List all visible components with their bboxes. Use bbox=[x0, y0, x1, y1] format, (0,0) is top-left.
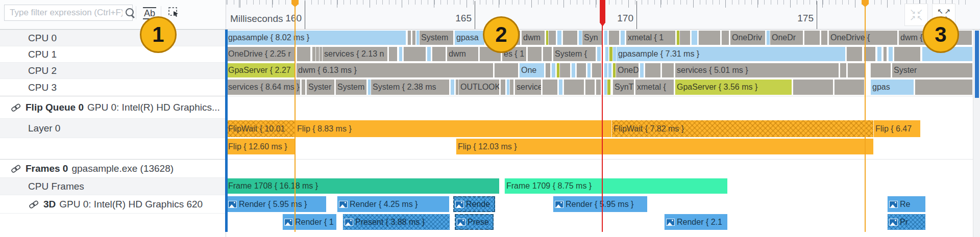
timeline-segment[interactable] bbox=[662, 63, 674, 77]
timeline-segment[interactable] bbox=[399, 47, 402, 61]
timeline-segment[interactable]: Syster bbox=[892, 63, 972, 77]
timeline-segment[interactable]: FlipWait { 10.01 bbox=[226, 120, 295, 137]
timeline-segment[interactable]: Render { 4.25 ms } bbox=[337, 196, 449, 212]
timeline-segment[interactable] bbox=[846, 47, 862, 61]
timeline-segment[interactable]: Present { 3.88 ms } bbox=[342, 214, 450, 230]
timeline-segment[interactable] bbox=[883, 47, 887, 61]
timeline-segment[interactable]: service bbox=[514, 80, 541, 95]
timeline-segment[interactable]: Flip { 12.60 ms } bbox=[226, 139, 295, 154]
row-label-cpu-2[interactable]: CPU 2 bbox=[0, 62, 226, 78]
timeline-segment[interactable]: One bbox=[519, 63, 544, 77]
timeline-segment[interactable]: xmetal { 1 bbox=[626, 31, 675, 45]
row-label-layer-0b[interactable] bbox=[0, 138, 226, 159]
timeline-segment[interactable]: services { 8.64 ms } bbox=[226, 80, 300, 95]
timeline-segment[interactable] bbox=[847, 63, 865, 77]
timeline-segment[interactable] bbox=[888, 47, 893, 61]
row-label-layer-0[interactable]: Layer 0 bbox=[0, 118, 226, 138]
row-label-gpu-3d[interactable]: 3DGPU 0: Intel(R) HD Graphics 620 bbox=[0, 195, 226, 213]
timeline-segment[interactable] bbox=[564, 80, 584, 95]
timeline-segment[interactable]: xmetal { bbox=[635, 80, 674, 95]
timeline-segment[interactable] bbox=[804, 31, 820, 45]
timeline-segment[interactable]: dwm bbox=[447, 47, 478, 61]
timeline-segment[interactable] bbox=[597, 47, 601, 61]
timeline-segment[interactable]: GpaServer { 3.56 ms } bbox=[675, 80, 792, 95]
timeline-segment[interactable] bbox=[793, 80, 833, 95]
timeline-segment[interactable] bbox=[766, 31, 770, 45]
timeline-segment[interactable]: Frame 1708 { 16.18 ms } bbox=[226, 178, 499, 194]
time-marker-orange[interactable] bbox=[865, 6, 866, 232]
timeline-segment[interactable] bbox=[607, 80, 610, 95]
timeline-segment[interactable]: Flip { 8.83 ms } bbox=[295, 120, 611, 137]
timeline-segment[interactable]: System { 2.38 ms bbox=[371, 80, 449, 95]
timeline-segment[interactable] bbox=[691, 31, 697, 45]
timeline-segment[interactable]: dwm { 6.13 ms } bbox=[296, 63, 493, 77]
timeline-segment[interactable]: Render { 5.95 ms } bbox=[226, 196, 326, 212]
timeline-segment[interactable] bbox=[894, 47, 920, 61]
timeline-segment[interactable]: Rende bbox=[453, 196, 495, 212]
timeline-segment[interactable]: FlipWait { 7.82 ms } bbox=[611, 120, 873, 137]
timeline-segment[interactable]: Flip { 12.03 ms } bbox=[456, 139, 873, 154]
timeline-segment[interactable]: OneDrive { 2.25 r bbox=[226, 47, 296, 61]
timeline-segment[interactable]: OneDr bbox=[616, 63, 639, 77]
time-marker-orange[interactable] bbox=[295, 6, 296, 232]
timeline-segment[interactable]: gpasa bbox=[454, 31, 484, 45]
timeline-segment[interactable]: GpaServer { 2.27 bbox=[226, 63, 295, 77]
timeline-segment[interactable] bbox=[645, 63, 660, 77]
timeline-segment[interactable] bbox=[558, 80, 562, 95]
row-label-cpu-1[interactable]: CPU 1 bbox=[0, 46, 226, 62]
vertical-scrollbar-thumb[interactable] bbox=[975, 31, 979, 98]
timeline-segment[interactable] bbox=[877, 47, 881, 61]
timeline-segment[interactable] bbox=[578, 31, 582, 45]
timeline-segment[interactable] bbox=[608, 63, 611, 77]
timeline-segment[interactable] bbox=[640, 63, 644, 77]
row-label-cpu-frames[interactable]: CPU Frames bbox=[0, 177, 226, 195]
timeline-segment[interactable] bbox=[509, 80, 513, 95]
timeline-segment[interactable] bbox=[427, 47, 431, 61]
timeline-segment[interactable] bbox=[450, 80, 454, 95]
timeline-segment[interactable] bbox=[587, 63, 591, 77]
timeline-segment[interactable]: Render { 2.1 bbox=[664, 214, 727, 230]
timeline-segment[interactable]: System bbox=[335, 80, 366, 95]
row-label-frames-0[interactable]: Frames 0gpasample.exe (13628) bbox=[0, 159, 226, 177]
timeline-segment[interactable]: services { 5.01 ms } bbox=[675, 63, 839, 77]
timeline-segment[interactable] bbox=[592, 63, 601, 77]
timeline-segment[interactable]: Render { 5.95 ms } bbox=[553, 196, 647, 212]
timeline-segment[interactable] bbox=[494, 63, 518, 77]
timeline-segment[interactable] bbox=[870, 63, 891, 77]
timeline-segment[interactable] bbox=[388, 47, 397, 61]
timeline-segment[interactable]: services { 2.13 n bbox=[322, 47, 387, 61]
timeline-segment[interactable] bbox=[542, 80, 557, 95]
timeline-segment[interactable]: Pr bbox=[887, 214, 925, 230]
timeline-segment[interactable] bbox=[612, 47, 616, 61]
timeline-segment[interactable] bbox=[596, 80, 601, 95]
timeline-segment[interactable] bbox=[571, 63, 575, 77]
timeline-segment[interactable]: Prese bbox=[455, 214, 494, 230]
timeline-segment[interactable]: System bbox=[419, 31, 453, 45]
timeline-segment[interactable] bbox=[609, 47, 612, 61]
timeline-segment[interactable]: OneDriv bbox=[730, 31, 765, 45]
row-label-flip-queue[interactable]: Flip Queue 0GPU 0: Intel(R) HD Graphics.… bbox=[0, 96, 226, 118]
timeline-segment[interactable] bbox=[821, 31, 827, 45]
timeline-segment[interactable]: OneDrive { bbox=[828, 31, 897, 45]
timeline-segment[interactable]: Syn bbox=[582, 31, 603, 45]
timeline-segment[interactable] bbox=[559, 63, 570, 77]
timeline-segment[interactable] bbox=[432, 47, 446, 61]
timeline-segment[interactable] bbox=[562, 31, 577, 45]
filter-input[interactable] bbox=[5, 5, 125, 20]
timeline-segment[interactable]: gpasample { 8.02 ms } bbox=[226, 31, 406, 45]
timeline-segment[interactable] bbox=[679, 31, 690, 45]
timeline-segment[interactable] bbox=[605, 47, 608, 61]
timeline-segment[interactable] bbox=[915, 80, 972, 95]
timeline-segment[interactable] bbox=[557, 31, 561, 45]
timeline-segment[interactable]: System { bbox=[553, 47, 596, 61]
timeline-segment[interactable]: gpasample { 7.31 ms } bbox=[616, 47, 845, 61]
timeline-segment[interactable]: Render { 1 bbox=[282, 214, 336, 230]
timeline-segment[interactable] bbox=[500, 80, 505, 95]
timeline-segment[interactable] bbox=[585, 80, 595, 95]
timeline-segment[interactable] bbox=[412, 31, 415, 45]
timeline-segment[interactable]: Re bbox=[887, 196, 925, 212]
timeline-segment[interactable] bbox=[301, 80, 305, 95]
timeline-segment[interactable] bbox=[527, 47, 542, 61]
row-label-gpu-3d-b[interactable] bbox=[0, 213, 226, 232]
timeline-segment[interactable] bbox=[604, 63, 607, 77]
